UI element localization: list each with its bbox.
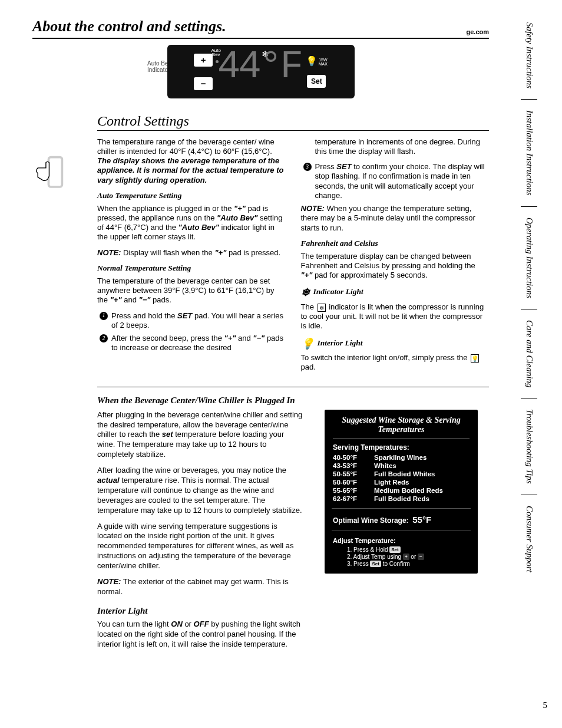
plus-button: + <box>194 54 213 67</box>
normal-para: The temperature of the beverage center c… <box>97 276 286 305</box>
auto-para: When the appliance is plugged in or the … <box>97 204 286 242</box>
minus-key: − <box>418 554 424 560</box>
minus-button: − <box>194 77 213 90</box>
title-text: About the control and settings. <box>32 18 226 35</box>
heading-normal-temp: Normal Temperature Setting <box>97 263 286 274</box>
adjust-step-2: 2. Adjust Temp using + or − <box>347 554 470 560</box>
section-control-settings: Control Settings <box>97 113 489 131</box>
heading-indicator: ❄Indicator Light <box>301 286 490 299</box>
adjust-step-3: 3. Press Set to Confirm <box>347 561 470 567</box>
interior-light-para: You can turn the light ON or OFF by push… <box>97 620 303 650</box>
set-button: Set <box>307 75 326 88</box>
plugged-note: NOTE: The exterior of the cabinet may ge… <box>97 577 303 597</box>
step-number-icon: 3 <box>303 163 312 171</box>
serving-heading: Serving Temperatures: <box>333 443 470 452</box>
optimal-row: Optimal Wine Storage: 55°F <box>333 515 470 525</box>
wine-row: 55-65°FMedium Bodied Reds <box>333 487 470 494</box>
heading-interior-light-2: Interior Light <box>97 605 303 617</box>
light-icon: 💡 <box>306 56 318 66</box>
light-icon: 💡 <box>471 354 479 363</box>
watt-label: 15W MAX <box>319 58 328 66</box>
plus-key: + <box>403 554 409 560</box>
light-icon: 💡 <box>301 338 314 350</box>
site-url: ge.com <box>466 28 489 35</box>
heading-interior-light: 💡Interior Light <box>301 337 490 351</box>
tab-support: Consumer Support <box>521 495 537 583</box>
hand-icon <box>32 154 65 194</box>
adjust-step-1: 1. Press & Hold Set <box>347 546 470 553</box>
control-panel-diagram: Auto Bev ❄ + − 44°F 💡15W MAX Set <box>167 45 355 98</box>
heading-fc: Fahrenheit and Celsius <box>301 239 490 249</box>
step-3: 3Press SET to confirm your choice. The d… <box>301 162 490 200</box>
intro-para: The temperature range of the beverage ce… <box>97 137 286 185</box>
step-2: 2After the second beep, press the "+" an… <box>97 334 286 353</box>
tab-care: Care and Cleaning <box>521 309 537 398</box>
heading-plugged-in: When the Beverage Center/Wine Chiller is… <box>97 396 489 406</box>
plugged-p3: A guide with wine serving temperature su… <box>97 522 303 571</box>
wine-storage-guide: Suggested Wine Storage & Serving Tempera… <box>325 410 478 574</box>
plugged-p1: After plugging in the beverage center/wi… <box>97 410 303 460</box>
snowflake-icon: ❄ <box>318 304 326 312</box>
svg-rect-0 <box>48 157 62 187</box>
wine-title: Suggested Wine Storage & Serving Tempera… <box>333 416 470 439</box>
wine-row: 40-50°FSparkling Wines <box>333 454 470 461</box>
side-tabs: Safety Instructions Installation Instruc… <box>521 12 556 583</box>
tab-troubleshooting: Troubleshooting Tips <box>521 398 537 495</box>
snowflake-icon: ❄ <box>301 286 310 298</box>
page-title: About the control and settings. ge.com <box>32 18 489 39</box>
indicator-para: The ❄ indicator is lit when the compress… <box>301 302 490 331</box>
temperature-display: 44°F <box>217 52 301 83</box>
tab-operating: Operating Instructions <box>521 207 537 309</box>
page-number: 5 <box>543 700 548 710</box>
fc-para: The temperature display can be changed b… <box>301 252 490 281</box>
auto-note: NOTE: Display will flash when the "+" pa… <box>97 248 286 258</box>
step2-cont: temperature in increments of one degree.… <box>315 137 490 157</box>
step-number-icon: 2 <box>100 334 108 342</box>
tab-safety: Safety Instructions <box>521 12 537 100</box>
set-key: Set <box>389 546 400 553</box>
tab-installation: Installation Instructions <box>521 100 537 207</box>
heading-auto-temp: Auto Temperature Setting <box>97 191 286 201</box>
wine-row: 62-67°FFull Bodied Reds <box>333 495 470 502</box>
step-1: 1Press and hold the SET pad. You will he… <box>97 311 286 331</box>
step-number-icon: 1 <box>100 312 108 320</box>
wine-row: 50-60°FLight Reds <box>333 479 470 486</box>
wine-row: 43-53°FWhites <box>333 462 470 469</box>
interior-para: To switch the interior light on/off, sim… <box>301 353 490 373</box>
plugged-p2: After loading the wine or beverages, you… <box>97 466 303 515</box>
temp-note: NOTE: When you change the temperature se… <box>301 204 490 233</box>
set-key: Set <box>370 561 381 567</box>
wine-row: 50-55°FFull Bodied Whites <box>333 470 470 477</box>
adjust-heading: Adjust Temperature: <box>333 537 470 544</box>
